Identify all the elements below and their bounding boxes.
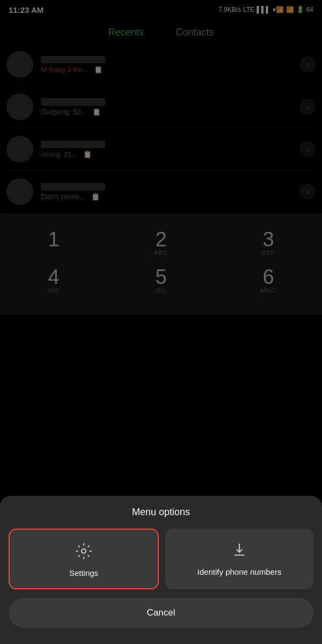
settings-option[interactable]: Settings bbox=[9, 529, 159, 589]
cancel-button[interactable]: Cancel bbox=[9, 598, 313, 628]
bottom-sheet: Menu options Settings Identify phone num… bbox=[0, 496, 322, 644]
gear-icon bbox=[75, 543, 92, 562]
identify-label: Identify phone numbers bbox=[197, 567, 282, 576]
identify-phone-icon bbox=[231, 541, 248, 561]
sheet-title: Menu options bbox=[9, 507, 313, 518]
sheet-options: Settings Identify phone numbers bbox=[9, 529, 313, 589]
identify-option[interactable]: Identify phone numbers bbox=[165, 529, 313, 589]
svg-point-0 bbox=[82, 549, 86, 553]
settings-label: Settings bbox=[69, 568, 98, 577]
